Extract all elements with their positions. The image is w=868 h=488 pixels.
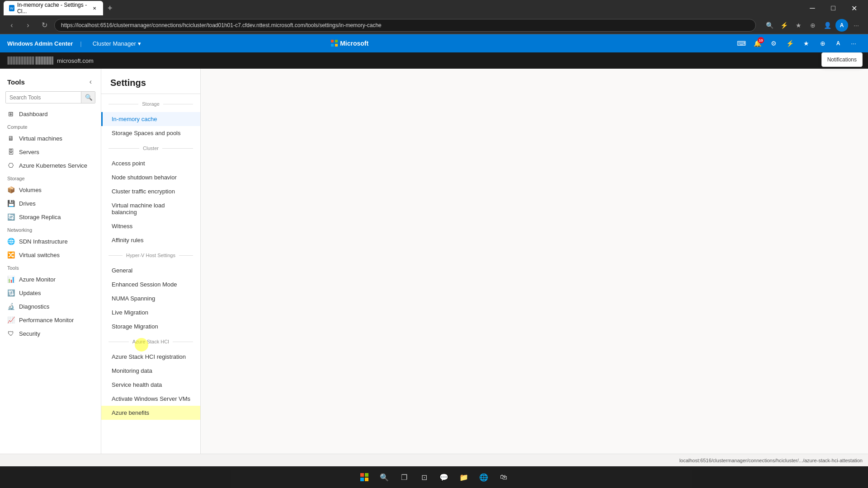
sidebar-nav: ⊞ Dashboard Compute 🖥 Virtual machines 🗄… [0,107,101,456]
header-divider: | [80,40,81,47]
tab-favicon: W [9,5,14,11]
new-tab-button[interactable]: + [105,3,115,14]
ms-squares-icon [331,40,338,47]
sidebar-item-drives[interactable]: 💾 Drives [0,197,101,210]
storage-divider: Storage [108,98,193,110]
security-icon: 🛡 [7,330,14,337]
close-button[interactable]: ✕ [844,1,864,15]
settings-nav-azure-benefits[interactable]: Azure benefits [101,406,200,420]
search-button[interactable]: 🔍 [81,92,95,103]
tab-label: In-memory cache - Settings - Cl... [17,2,87,14]
taskbar-explorer[interactable]: 📁 [455,468,473,486]
cluster-manager-button[interactable]: Cluster Manager ▾ [89,38,145,49]
header-right-icons: ⌨ 🔔 10 ⚙ ⚡ ★ ⊕ A ··· [734,36,861,51]
settings-nav-numa-spanning[interactable]: NUMA Spanning [101,291,200,305]
search-address-icon[interactable]: 🔍 [763,19,776,32]
settings-nav-general[interactable]: General [101,263,200,277]
active-tab[interactable]: W In-memory cache - Settings - Cl... ✕ [4,1,103,15]
minimize-button[interactable]: ─ [802,1,823,15]
settings-nav-service-health-data[interactable]: Service health data [101,378,200,392]
status-url: localhost:6516/clustermanager/connection… [679,458,863,463]
maximize-button[interactable]: □ [823,1,844,15]
storage-section-label: Storage [0,172,101,183]
window-controls: ─ □ ✕ [802,1,864,15]
taskbar-taskview[interactable]: ❐ [395,468,413,486]
settings-nav-vm-load-balancing[interactable]: Virtual machine load balancing [101,198,200,219]
volumes-icon: 📦 [7,186,14,193]
sidebar-item-updates[interactable]: 🔃 Updates [0,286,101,300]
settings-panel: Settings Storage In-memory cache Storage… [101,69,868,470]
sidebar-item-diagnostics[interactable]: 🔬 Diagnostics [0,300,101,313]
collections-icon[interactable]: ⊕ [807,19,819,32]
sidebar-collapse-button[interactable]: ‹ [88,76,94,88]
sidebar: Tools ‹ 🔍 ⊞ Dashboard Compute 🖥 Virtual … [0,69,101,470]
sidebar-item-virtual-switches[interactable]: 🔀 Virtual switches [0,248,101,262]
settings-nav: Settings Storage In-memory cache Storage… [101,69,201,470]
settings-nav-monitoring-data[interactable]: Monitoring data [101,364,200,378]
settings-nav-in-memory-cache[interactable]: In-memory cache [101,112,200,126]
taskbar-chat[interactable]: 💬 [435,468,453,486]
microsoft-logo: Microsoft [331,40,368,47]
cluster-section-header: Cluster [139,145,162,151]
hyperv-section-header: Hyper-V Host Settings [123,253,179,258]
status-bar: localhost:6516/clustermanager/connection… [0,454,868,466]
main-layout: Tools ‹ 🔍 ⊞ Dashboard Compute 🖥 Virtual … [0,69,868,470]
settings-nav-azure-stack-registration[interactable]: Azure Stack HCI registration [101,350,200,364]
extensions-button[interactable]: ⚡ [783,36,797,51]
sidebar-item-performance-monitor[interactable]: 📈 Performance Monitor [0,313,101,327]
sidebar-item-azure-kubernetes[interactable]: ⎔ Azure Kubernetes Service [0,159,101,172]
taskbar-widgets[interactable]: ⊡ [415,468,433,486]
taskbar-store[interactable]: 🛍 [495,468,513,486]
header-profile-avatar[interactable]: A [832,37,844,50]
settings-nav-affinity-rules[interactable]: Affinity rules [101,233,200,247]
start-button[interactable] [355,468,373,486]
app-title: Windows Admin Center [7,40,73,47]
taskbar-search[interactable]: 🔍 [375,468,393,486]
tab-close-button[interactable]: ✕ [91,5,98,12]
org-header: microsoft.com [0,52,868,69]
refresh-button[interactable]: ↻ [38,19,51,32]
settings-nav-access-point[interactable]: Access point [101,156,200,170]
settings-nav-node-shutdown[interactable]: Node shutdown behavior [101,170,200,184]
settings-nav-activate-windows[interactable]: Activate Windows Server VMs [101,392,200,406]
search-input[interactable] [6,92,81,103]
terminal-button[interactable]: ⌨ [734,36,749,51]
notification-count: 10 [758,37,764,43]
settings-button[interactable]: ⚙ [767,36,781,51]
settings-nav-enhanced-session[interactable]: Enhanced Session Mode [101,277,200,291]
sidebar-item-dashboard[interactable]: ⊞ Dashboard [0,107,101,121]
favorites-header-button[interactable]: ★ [799,36,814,51]
settings-nav-live-migration[interactable]: Live Migration [101,305,200,319]
sidebar-item-security[interactable]: 🛡 Security [0,327,101,340]
sidebar-item-servers[interactable]: 🗄 Servers [0,145,101,159]
drives-icon: 💾 [7,200,14,207]
notifications-button[interactable]: 🔔 10 [750,36,765,51]
sidebar-item-virtual-machines[interactable]: 🖥 Virtual machines [0,131,101,145]
favorites-icon[interactable]: ★ [792,19,805,32]
forward-button[interactable]: › [22,19,34,32]
logo-pixels [7,56,53,65]
settings-nav-cluster-traffic[interactable]: Cluster traffic encryption [101,184,200,198]
extensions-icon[interactable]: ⚡ [778,19,790,32]
taskbar-edge[interactable]: 🌐 [475,468,493,486]
back-button[interactable]: ‹ [5,19,18,32]
account-icon[interactable]: 👤 [821,19,834,32]
profile-avatar[interactable]: A [835,19,848,32]
org-logo: microsoft.com [7,56,94,65]
sidebar-item-storage-replica[interactable]: 🔄 Storage Replica [0,210,101,224]
kubernetes-icon: ⎔ [7,162,14,169]
collections-header-button[interactable]: ⊕ [816,36,830,51]
settings-nav-witness[interactable]: Witness [101,219,200,233]
address-input[interactable] [54,19,756,32]
more-header-button[interactable]: ··· [846,36,861,51]
networking-section-label: Networking [0,224,101,235]
vm-icon: 🖥 [7,135,14,142]
sidebar-item-volumes[interactable]: 📦 Volumes [0,183,101,197]
settings-nav-storage-migration[interactable]: Storage Migration [101,319,200,333]
settings-nav-storage-spaces[interactable]: Storage Spaces and pools [101,126,200,140]
sidebar-item-sdn[interactable]: 🌐 SDN Infrastructure [0,235,101,248]
more-button[interactable]: ··· [850,19,863,32]
sdn-icon: 🌐 [7,238,14,245]
sidebar-item-azure-monitor[interactable]: 📊 Azure Monitor [0,272,101,286]
sidebar-header: Tools ‹ [0,69,101,91]
